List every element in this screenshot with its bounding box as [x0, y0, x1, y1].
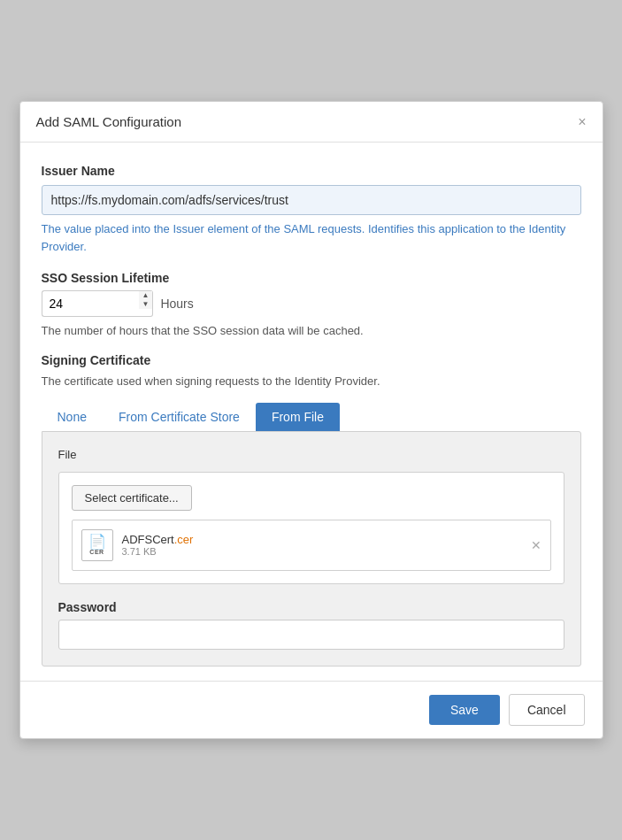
file-select-area: Select certificate... 📄 CER ADFSCert.cer… [58, 472, 564, 584]
file-tab-panel: File Select certificate... 📄 CER ADFSCer… [42, 431, 581, 667]
file-type-label: CER [89, 549, 104, 555]
issuer-name-input[interactable] [42, 185, 581, 215]
dialog-body: Issuer Name The value placed into the Is… [20, 143, 603, 681]
tab-from-file[interactable]: From File [256, 403, 340, 431]
issuer-name-label: Issuer Name [42, 164, 581, 178]
file-size: 3.71 KB [122, 546, 531, 557]
file-icon: 📄 CER [81, 529, 113, 561]
signing-cert-desc: The certificate used when signing reques… [42, 373, 581, 390]
file-name: ADFSCert.cer [122, 533, 531, 546]
dialog-title: Add SAML Configuration [36, 114, 182, 129]
file-item: 📄 CER ADFSCert.cer 3.71 KB ✕ [72, 520, 551, 571]
save-button[interactable]: Save [429, 695, 500, 725]
cancel-button[interactable]: Cancel [509, 694, 585, 726]
password-section: Password [58, 600, 564, 650]
dialog-header: Add SAML Configuration × [20, 102, 603, 143]
sso-lifetime-input[interactable] [42, 290, 139, 317]
sso-decrement-button[interactable]: ▼ [139, 300, 153, 309]
issuer-hint: The value placed into the Issuer element… [42, 220, 581, 255]
close-button[interactable]: × [578, 115, 586, 129]
file-remove-button[interactable]: ✕ [531, 538, 541, 552]
file-panel-label: File [58, 448, 564, 461]
saml-config-dialog: Add SAML Configuration × Issuer Name The… [19, 101, 603, 739]
sso-input-group: ▲ ▼ [42, 290, 154, 317]
tab-cert-store[interactable]: From Certificate Store [103, 403, 256, 431]
file-doc-icon: 📄 [88, 535, 106, 549]
sso-increment-button[interactable]: ▲ [139, 291, 153, 300]
sso-row: ▲ ▼ Hours [42, 290, 581, 317]
select-certificate-button[interactable]: Select certificate... [72, 485, 192, 511]
dialog-footer: Save Cancel [20, 681, 603, 738]
sso-unit-label: Hours [160, 297, 193, 311]
sso-session-label: SSO Session Lifetime [42, 271, 581, 285]
signing-cert-label: Signing Certificate [42, 353, 581, 367]
tab-none[interactable]: None [42, 403, 103, 431]
tabs-row: None From Certificate Store From File [42, 403, 581, 431]
password-label: Password [58, 600, 564, 614]
sso-hint: The number of hours that the SSO session… [42, 324, 581, 337]
file-info: ADFSCert.cer 3.71 KB [122, 533, 531, 557]
sso-spinner: ▲ ▼ [139, 290, 154, 317]
password-input[interactable] [58, 620, 564, 650]
